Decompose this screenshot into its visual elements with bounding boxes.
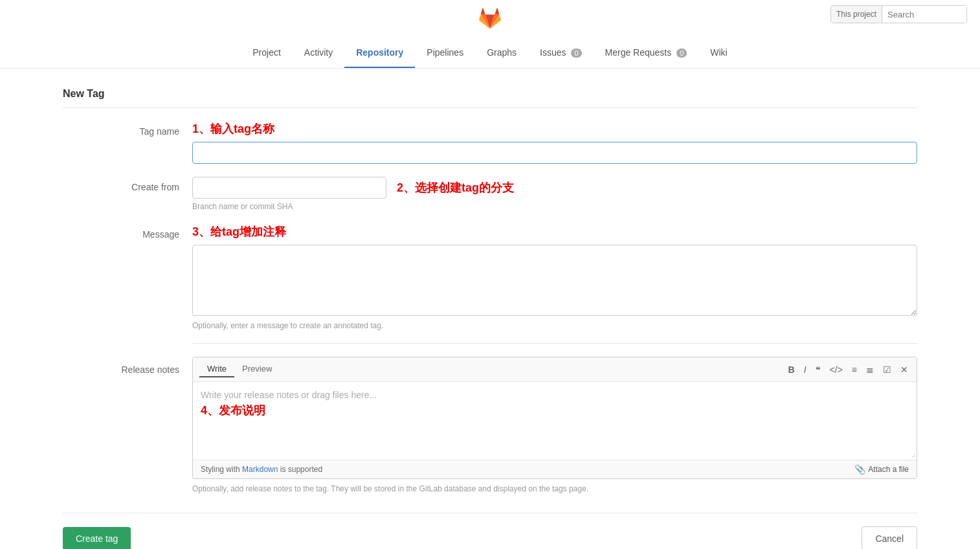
tag-name-field: 1、输入tag名称 (192, 121, 917, 164)
message-textarea[interactable] (192, 245, 917, 316)
message-label: Message (63, 224, 192, 240)
search-input[interactable] (882, 6, 966, 23)
attach-file-button[interactable]: 📎 Attach a file (854, 464, 909, 475)
annotation-3: 3、给tag增加注释 (192, 224, 917, 240)
nav-merge-requests[interactable]: Merge Requests 0 (594, 38, 699, 68)
annotation-2: 2、选择创建tag的分支 (397, 180, 514, 196)
form-separator (192, 343, 917, 344)
nav-repository[interactable]: Repository (344, 38, 415, 68)
create-from-field: master 2、选择创建tag的分支 Branch name or commi… (192, 177, 917, 211)
message-hint: Optionally, enter a message to create an… (192, 321, 917, 330)
annotation-4: 4、发布说明 (201, 403, 909, 418)
header-search: This project (830, 5, 967, 23)
fullscreen-icon[interactable]: ✕ (898, 363, 910, 376)
editor-placeholder: Write your release notes or drag files h… (201, 390, 909, 400)
tag-name-label: Tag name (63, 121, 192, 137)
tab-preview[interactable]: Preview (234, 361, 280, 377)
issues-badge: 0 (571, 49, 581, 58)
message-row: Message 3、给tag增加注释 Optionally, enter a m… (63, 224, 917, 330)
nav-graphs[interactable]: Graphs (475, 38, 528, 68)
search-scope-label: This project (831, 6, 882, 23)
logo-container (478, 0, 502, 36)
tag-name-input[interactable] (192, 142, 917, 164)
header: This project Project Activity Repository… (0, 0, 980, 69)
merge-requests-badge: 0 (676, 49, 687, 58)
create-from-hint: Branch name or commit SHA (192, 202, 917, 211)
annotation-1: 1、输入tag名称 (192, 121, 917, 137)
message-field: 3、给tag增加注释 Optionally, enter a message t… (192, 224, 917, 330)
create-tag-button[interactable]: Create tag (63, 527, 131, 549)
release-notes-field: Write Preview B I ❝ </> ≡ ≣ ☑ ✕ (192, 357, 917, 493)
nav-issues[interactable]: Issues 0 (528, 38, 593, 68)
search-box[interactable]: This project (830, 5, 967, 23)
nav-wiki[interactable]: Wiki (698, 38, 739, 68)
resize-handle: ⌟ (911, 449, 915, 458)
markdown-link[interactable]: Markdown (242, 465, 278, 474)
editor-container: Write Preview B I ❝ </> ≡ ≣ ☑ ✕ (192, 357, 917, 479)
ordered-list-icon[interactable]: ≣ (864, 363, 876, 376)
nav-pipelines[interactable]: Pipelines (415, 38, 475, 68)
editor-icons: B I ❝ </> ≡ ≣ ☑ ✕ (786, 363, 910, 376)
create-from-input[interactable]: master (192, 177, 386, 199)
editor-body[interactable]: Write your release notes or drag files h… (193, 382, 917, 460)
main-nav: Project Activity Repository Pipelines Gr… (241, 38, 739, 68)
form-actions: Create tag Cancel (63, 513, 917, 549)
markdown-support-text: Styling with Markdown is supported (201, 465, 322, 474)
release-notes-label: Release notes (63, 357, 192, 375)
cancel-button[interactable]: Cancel (862, 526, 917, 549)
release-notes-row: Release notes Write Preview B I ❝ </> ≡ … (63, 357, 917, 493)
code-icon[interactable]: </> (828, 363, 845, 376)
create-from-row: Create from master 2、选择创建tag的分支 Branch n… (63, 177, 917, 211)
tag-name-row: Tag name 1、输入tag名称 (63, 121, 917, 164)
bold-icon[interactable]: B (786, 363, 797, 376)
quote-icon[interactable]: ❝ (814, 363, 823, 376)
create-from-label: Create from (63, 177, 192, 192)
unordered-list-icon[interactable]: ≡ (850, 363, 859, 376)
release-notes-hint: Optionally, add release notes to the tag… (192, 484, 917, 493)
tab-write[interactable]: Write (199, 361, 234, 377)
page-title: New Tag (63, 88, 917, 108)
italic-icon[interactable]: I (802, 363, 808, 376)
editor-footer: Styling with Markdown is supported 📎 Att… (193, 460, 917, 478)
editor-tabs: Write Preview (199, 361, 280, 377)
main-content: New Tag Tag name 1、输入tag名称 Create from m… (37, 69, 943, 549)
nav-activity[interactable]: Activity (293, 38, 344, 68)
nav-project[interactable]: Project (241, 38, 293, 68)
editor-toolbar: Write Preview B I ❝ </> ≡ ≣ ☑ ✕ (193, 357, 917, 382)
gitlab-logo (478, 6, 502, 30)
task-list-icon[interactable]: ☑ (881, 363, 893, 376)
attach-icon: 📎 (854, 464, 865, 475)
